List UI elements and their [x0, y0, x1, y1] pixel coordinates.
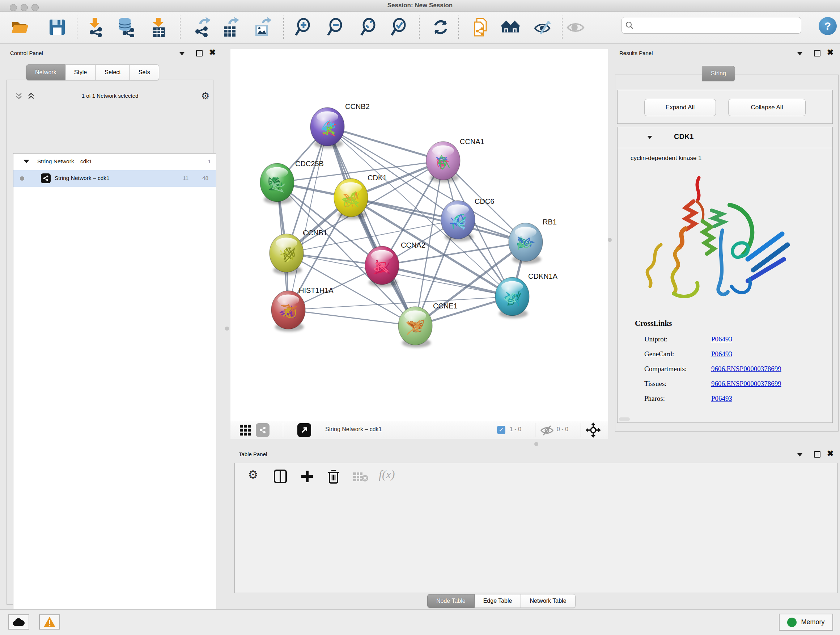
node-CCNB1[interactable]: CCNB1 — [270, 229, 327, 275]
network-row-selected[interactable]: String Network – cdk1 11 48 — [13, 170, 216, 187]
open-folder-icon — [11, 19, 29, 35]
selected-count-checkbox[interactable]: ✓ — [497, 426, 505, 434]
crosslinks-list: Uniprot:P06493GeneCard:P06493Compartment… — [644, 335, 825, 409]
results-panel-float-icon[interactable] — [814, 50, 821, 57]
results-panel-collapse-icon[interactable] — [797, 52, 802, 55]
node-HIST1H1A[interactable]: HIST1H1A — [271, 287, 333, 332]
delete-column-trash-icon[interactable] — [327, 469, 340, 485]
expand-all-button[interactable]: Expand All — [644, 99, 716, 116]
pan-crosshair-icon[interactable] — [586, 423, 601, 438]
crosslink-link[interactable]: P06493 — [711, 350, 732, 358]
tab-network-table[interactable]: Network Table — [521, 594, 575, 608]
edge-CCNE1-HIST1H1A[interactable] — [288, 310, 415, 326]
network-snapshot-button[interactable] — [472, 17, 491, 37]
tab-style[interactable]: Style — [65, 65, 96, 80]
search-box[interactable] — [622, 17, 801, 34]
control-panel-collapse-icon[interactable] — [180, 52, 185, 55]
results-hscrollbar-thumb[interactable] — [619, 417, 630, 421]
control-panel-float-icon[interactable] — [196, 50, 202, 57]
collapse-all-button[interactable]: Collapse All — [728, 99, 806, 116]
import-network-file-button[interactable] — [85, 17, 104, 37]
tab-network[interactable]: Network — [26, 65, 65, 80]
grid-icon[interactable] — [240, 424, 251, 436]
fit-content-button[interactable] — [501, 17, 520, 37]
open-in-window-icon[interactable] — [297, 423, 311, 437]
save-session-button[interactable] — [48, 17, 66, 37]
show-all-button[interactable] — [566, 17, 585, 37]
bottom-splitter-handle[interactable] — [534, 442, 538, 446]
edge-CCNB2-CCNE1[interactable] — [327, 127, 415, 326]
import-network-icon — [85, 17, 104, 37]
hidden-counts: 0 - 0 — [557, 426, 568, 432]
protein-collapse-icon[interactable] — [647, 136, 652, 139]
select-columns-icon[interactable] — [273, 469, 287, 484]
crosslink-link[interactable]: P06493 — [711, 335, 732, 343]
crosslink-link[interactable]: P06493 — [711, 394, 732, 402]
node-CDK1[interactable]: CDK1 — [334, 174, 387, 219]
node-CCNA1[interactable]: CCNA1 — [426, 138, 485, 182]
search-input[interactable] — [636, 22, 801, 29]
edge-count: 48 — [202, 175, 208, 181]
export-network-button[interactable] — [193, 17, 211, 37]
crosslink-link[interactable]: 9606.ENSP00000378699 — [711, 380, 782, 388]
cloud-status-button[interactable] — [8, 614, 29, 630]
delete-table-icon[interactable] — [353, 471, 369, 482]
crosslink-link[interactable]: 9606.ENSP00000378699 — [711, 365, 782, 373]
network-list-options-gear-icon[interactable]: ⚙ — [201, 91, 210, 101]
node-CCNE1[interactable]: CCNE1 — [398, 302, 458, 348]
memory-button[interactable]: Memory — [779, 614, 833, 631]
table-panel-close-icon[interactable]: ✖ — [827, 451, 834, 456]
edge-CCNB2-CCNA1[interactable] — [327, 127, 443, 161]
tree-expander-icon[interactable] — [24, 160, 29, 163]
tab-select[interactable]: Select — [96, 65, 129, 80]
import-network-database-button[interactable] — [117, 17, 136, 37]
node-CCNB2[interactable]: CCNB2 — [310, 103, 370, 149]
hidden-eye-icon[interactable] — [540, 425, 554, 436]
node-CDKN1A[interactable]: CDKN1A — [495, 272, 558, 318]
table-options-gear-icon[interactable]: ⚙ — [248, 470, 258, 479]
warning-status-button[interactable] — [39, 614, 60, 630]
add-column-icon[interactable] — [300, 469, 314, 484]
zoom-in-button[interactable] — [294, 17, 313, 37]
node-label-HIST1H1A: HIST1H1A — [299, 287, 333, 295]
tab-edge-table[interactable]: Edge Table — [475, 594, 521, 608]
network-collection-row[interactable]: String Network – cdk1 1 — [13, 154, 216, 170]
toolbar-separator — [180, 16, 180, 39]
left-splitter-handle[interactable] — [225, 326, 229, 331]
zoom-selected-button[interactable] — [390, 17, 409, 37]
right-splitter-handle[interactable] — [608, 238, 612, 242]
import-table-icon — [149, 17, 168, 37]
function-builder-icon[interactable]: f(x) — [379, 468, 395, 481]
search-icon — [625, 21, 633, 29]
status-bar: Memory — [0, 609, 840, 635]
network-collection-label: String Network – cdk1 — [37, 158, 92, 165]
apply-layout-button[interactable] — [431, 17, 450, 37]
results-panel: Results Panel ✖ String Expand All Collap… — [611, 47, 840, 433]
network-edges — [277, 127, 526, 326]
tab-node-table[interactable]: Node Table — [427, 594, 475, 608]
open-session-button[interactable] — [11, 17, 30, 37]
zoom-out-button[interactable] — [326, 17, 345, 37]
protein-section-header[interactable]: CDK1 — [617, 127, 832, 148]
table-panel-float-icon[interactable] — [814, 451, 821, 458]
string-badge-icon[interactable] — [256, 423, 270, 437]
table-panel-body — [234, 463, 838, 593]
table-panel-collapse-icon[interactable] — [797, 453, 802, 456]
node-RB1[interactable]: RB1 — [508, 218, 557, 264]
export-table-button[interactable] — [220, 17, 239, 37]
network-canvas[interactable]: CCNB2CCNA1CDC25BCDK1CDC6RB1CCNB1CCNA2CDK… — [231, 49, 608, 421]
warning-icon — [43, 616, 56, 627]
control-panel-close-icon[interactable]: ✖ — [209, 50, 216, 55]
hide-selected-button[interactable] — [534, 17, 553, 37]
import-table-file-button[interactable] — [149, 17, 168, 37]
tab-string[interactable]: String — [702, 66, 735, 81]
tab-sets[interactable]: Sets — [130, 65, 159, 80]
zoom-fit-button[interactable] — [359, 17, 378, 37]
crosslinks-heading: CrossLinks — [635, 319, 672, 328]
help-button[interactable]: ? — [819, 17, 837, 35]
footer-separator — [283, 423, 283, 437]
export-image-button[interactable] — [253, 17, 271, 37]
crosslink-label: Uniprot: — [644, 335, 711, 343]
results-panel-close-icon[interactable]: ✖ — [827, 50, 834, 55]
current-network-bullet-icon — [20, 176, 24, 181]
